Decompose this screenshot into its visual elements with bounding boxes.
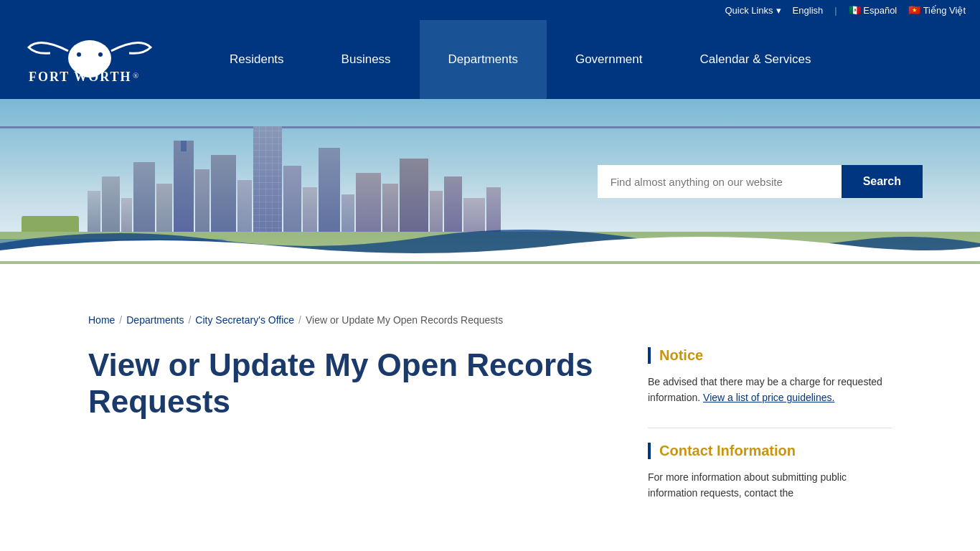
two-column-layout: View or Update My Open Records Requests …: [88, 347, 892, 523]
search-button[interactable]: Search: [842, 165, 923, 198]
lang-vietnamese-link[interactable]: 🇻🇳 Tiếng Việt: [908, 4, 966, 16]
page-title: View or Update My Open Records Requests: [88, 347, 605, 420]
quick-links-button[interactable]: Quick Links ▾: [725, 5, 781, 16]
sidebar-notice-section: Notice Be advised that there may be a ch…: [648, 347, 892, 406]
nav-government[interactable]: Government: [547, 20, 672, 99]
svg-point-3: [98, 52, 103, 57]
sidebar-notice-heading: Notice: [648, 347, 892, 364]
utility-bar: Quick Links ▾ English | 🇲🇽 Español 🇻🇳 Ti…: [0, 0, 980, 20]
logo-area: FORT WORTH ®: [0, 22, 201, 97]
main-content: View or Update My Open Records Requests: [88, 347, 605, 434]
nav-calendar-services[interactable]: Calendar & Services: [671, 20, 839, 99]
svg-text:®: ®: [133, 71, 138, 80]
sidebar-notice-text: Be advised that there may be a charge fo…: [648, 374, 892, 406]
sidebar-contact-section: Contact Information For more information…: [648, 443, 892, 501]
main-nav: FORT WORTH ® Residents Business Departme…: [0, 20, 980, 99]
sidebar-divider: [648, 428, 892, 428]
search-overlay: Search: [598, 165, 923, 198]
nav-business[interactable]: Business: [313, 20, 420, 99]
lang-divider: |: [834, 5, 837, 16]
breadcrumb-home[interactable]: Home: [88, 314, 115, 326]
breadcrumb-sep-1: /: [119, 314, 122, 326]
sidebar: Notice Be advised that there may be a ch…: [648, 347, 892, 523]
lang-spanish-link[interactable]: 🇲🇽 Español: [849, 4, 897, 16]
fort-worth-logo[interactable]: FORT WORTH ®: [22, 29, 165, 87]
svg-text:FORT WORTH: FORT WORTH: [29, 70, 132, 84]
breadcrumb-sep-3: /: [298, 314, 301, 326]
nav-residents[interactable]: Residents: [201, 20, 313, 99]
svg-point-2: [77, 52, 81, 57]
nav-departments[interactable]: Departments: [420, 20, 547, 99]
nav-items: Residents Business Departments Governmen…: [201, 20, 839, 99]
hero-spacer: [0, 264, 980, 293]
breadcrumb: Home / Departments / City Secretary's Of…: [88, 314, 892, 326]
breadcrumb-current: View or Update My Open Records Requests: [306, 314, 503, 326]
breadcrumb-departments[interactable]: Departments: [126, 314, 184, 326]
breadcrumb-sep-2: /: [188, 314, 191, 326]
hero-section: Search: [0, 99, 980, 264]
chevron-down-icon: ▾: [776, 5, 781, 16]
search-input[interactable]: [598, 165, 842, 198]
content-area: Home / Departments / City Secretary's Of…: [60, 293, 920, 551]
breadcrumb-city-secretary[interactable]: City Secretary's Office: [195, 314, 294, 326]
sidebar-contact-text: For more information about submitting pu…: [648, 469, 892, 501]
lang-english-link[interactable]: English: [793, 5, 824, 16]
mexico-flag-icon: 🇲🇽: [849, 4, 861, 16]
sidebar-price-guidelines-link[interactable]: View a list of price guidelines.: [703, 392, 834, 403]
sidebar-contact-heading: Contact Information: [648, 443, 892, 459]
vietnam-flag-icon: 🇻🇳: [908, 4, 920, 16]
quick-links-label: Quick Links: [725, 5, 773, 16]
